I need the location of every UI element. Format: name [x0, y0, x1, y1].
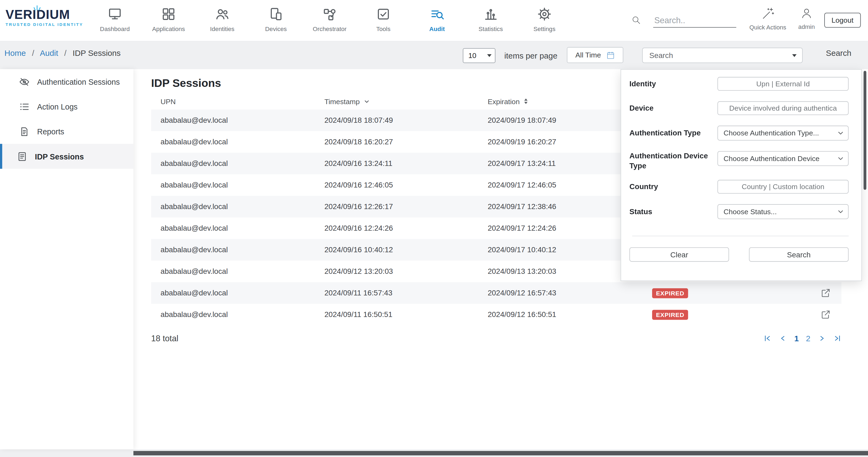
orchestrator-icon	[322, 7, 337, 22]
logout-button[interactable]: Logout	[824, 13, 861, 28]
items-per-page-label: items per page	[504, 52, 557, 60]
cell-upn: ababalau@dev.local	[151, 203, 315, 211]
logo-burst-icon	[33, 4, 41, 11]
eye-off-icon	[19, 76, 30, 87]
nav-item-tools[interactable]: Tools	[356, 0, 410, 41]
nav-item-label: Audit	[429, 25, 445, 32]
country-input[interactable]	[717, 180, 848, 194]
brand-name: VERIDIUM	[6, 8, 94, 21]
select-value: Choose Authentication Device	[723, 154, 820, 163]
cell-timestamp: 2024/09/12 13:20:03	[315, 267, 478, 276]
items-per-page-select[interactable]: 10	[463, 48, 496, 63]
nav-item-applications[interactable]: Applications	[142, 0, 195, 41]
nav-item-audit[interactable]: Audit	[410, 0, 464, 41]
cell-timestamp: 2024/09/16 12:46:05	[315, 181, 478, 189]
sidebar-item-idp-sessions[interactable]: IDP Sessions	[0, 144, 133, 169]
calendar-icon	[606, 51, 615, 60]
page-title: IDP Sessions	[151, 77, 221, 90]
audit-icon	[430, 7, 444, 22]
open-session-button[interactable]	[820, 288, 831, 298]
cell-upn: ababalau@dev.local	[151, 224, 315, 233]
status-select[interactable]: Choose Status...	[717, 204, 848, 219]
sort-icon	[524, 98, 527, 104]
nav-item-label: Applications	[152, 25, 185, 32]
nav-item-devices[interactable]: Devices	[249, 0, 303, 41]
items-per-page-value: 10	[468, 52, 476, 60]
user-menu[interactable]: admin	[794, 7, 819, 30]
cell-timestamp: 2024/09/18 16:20:27	[315, 138, 478, 146]
cell-upn: ababalau@dev.local	[151, 159, 315, 168]
authentication-type-select[interactable]: Choose Authentication Type...	[717, 126, 848, 140]
cell-timestamp: 2024/09/11 16:57:43	[315, 289, 478, 297]
pagination-page-2[interactable]: 2	[806, 334, 810, 343]
pagination-next-button[interactable]	[817, 334, 826, 342]
breadcrumb-audit[interactable]: Audit	[40, 48, 58, 58]
pagination-first-button[interactable]	[763, 334, 772, 342]
filter-row-status: StatusChoose Status...	[629, 204, 848, 219]
filter-row-authentication-device-type: Authentication Device TypeChoose Authent…	[629, 151, 848, 171]
pagination-prev-button[interactable]	[779, 334, 787, 342]
nav-item-label: Statistics	[478, 25, 503, 32]
nav-item-label: Identities	[210, 25, 234, 32]
cell-upn: ababalau@dev.local	[151, 267, 315, 276]
table-row: ababalau@dev.local2024/09/11 16:57:43202…	[151, 282, 842, 304]
status-badge: EXPIRED	[652, 288, 688, 298]
cell-expiration: 2024/09/17 12:46:05	[478, 181, 643, 189]
pagination-last-button[interactable]	[833, 334, 842, 342]
filter-search-button[interactable]: Search	[749, 248, 848, 262]
search-icon	[631, 15, 641, 25]
column-header-expiration[interactable]: Expiration	[478, 97, 643, 105]
filter-label: Country	[629, 182, 717, 192]
cell-expiration: 2024/09/19 16:20:27	[478, 138, 643, 146]
tools-icon	[376, 7, 391, 22]
sidebar-item-authentication-sessions[interactable]: Authentication Sessions	[0, 69, 133, 94]
nav-item-dashboard[interactable]: Dashboard	[88, 0, 142, 41]
quick-actions-button[interactable]: Quick Actions	[748, 7, 787, 31]
filter-clear-button[interactable]: Clear	[629, 248, 729, 262]
sort-desc-icon	[364, 98, 370, 104]
cell-upn: ababalau@dev.local	[151, 311, 315, 319]
column-header-timestamp[interactable]: Timestamp	[315, 97, 478, 105]
identity-input[interactable]	[717, 77, 848, 91]
brand-logo[interactable]: VERIDIUM TRUSTED DIGITAL IDENTITY	[6, 8, 94, 27]
select-value: Choose Authentication Type...	[723, 129, 819, 137]
vertical-scrollbar[interactable]	[864, 71, 866, 190]
dashboard-icon	[107, 7, 122, 22]
top-navbar: VERIDIUM TRUSTED DIGITAL IDENTITY Dashbo…	[0, 0, 868, 41]
sidebar-item-action-logs[interactable]: Action Logs	[0, 94, 133, 119]
horizontal-scrollbar[interactable]	[133, 451, 868, 455]
nav-item-orchestrator[interactable]: Orchestrator	[303, 0, 356, 41]
nav-item-identities[interactable]: Identities	[195, 0, 249, 41]
pagination-page-1[interactable]: 1	[794, 334, 799, 343]
open-session-button[interactable]	[820, 309, 831, 320]
nav-item-statistics[interactable]: Statistics	[464, 0, 518, 41]
filter-row-device: Device	[629, 101, 848, 115]
sidebar-item-reports[interactable]: Reports	[0, 119, 133, 144]
settings-icon	[537, 7, 552, 22]
global-search-input[interactable]	[653, 13, 736, 28]
breadcrumb-separator: /	[32, 48, 34, 58]
filter-label: Identity	[629, 79, 717, 89]
pagination: 12	[763, 334, 842, 343]
nav-item-label: Settings	[533, 25, 555, 32]
identities-icon	[215, 7, 230, 22]
cell-status: EXPIRED	[643, 310, 810, 320]
toolbar-search-button[interactable]: Search	[826, 48, 851, 58]
authentication-device-type-select[interactable]: Choose Authentication Device	[717, 151, 848, 166]
table-search-combobox[interactable]: Search	[642, 47, 803, 63]
breadcrumb-current: IDP Sessions	[72, 48, 121, 58]
filter-row-authentication-type: Authentication TypeChoose Authentication…	[629, 126, 848, 140]
device-input[interactable]	[717, 101, 848, 115]
wand-icon	[761, 7, 775, 21]
user-label: admin	[798, 23, 815, 30]
chevron-down-icon	[837, 130, 844, 137]
column-header-upn[interactable]: UPN	[151, 97, 315, 105]
nav-item-settings[interactable]: Settings	[518, 0, 571, 41]
nav-item-label: Dashboard	[100, 25, 129, 32]
nav-item-label: Tools	[376, 25, 391, 32]
cell-upn: ababalau@dev.local	[151, 116, 315, 125]
cell-status: EXPIRED	[643, 288, 810, 298]
time-filter-button[interactable]: All Time	[567, 47, 623, 63]
breadcrumb-home[interactable]: Home	[4, 48, 26, 58]
cell-upn: ababalau@dev.local	[151, 246, 315, 254]
